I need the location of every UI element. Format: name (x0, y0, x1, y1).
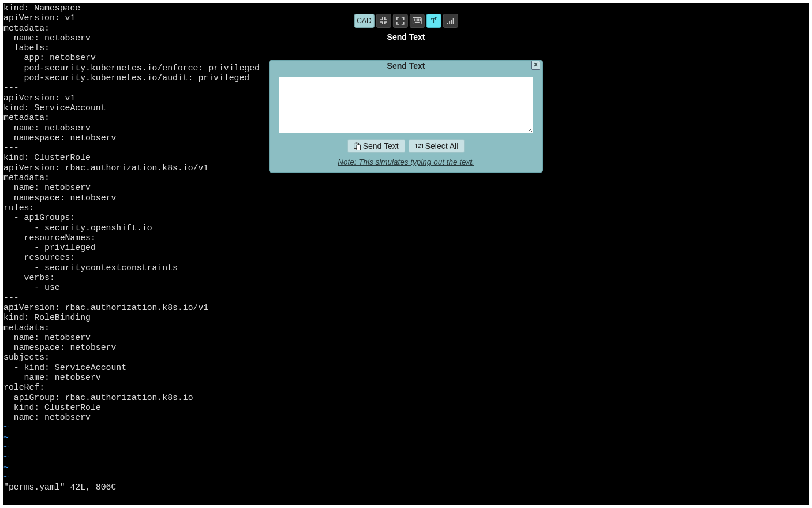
remote-toolbar: CAD T (354, 14, 458, 28)
terminal-text: kind: Namespace apiVersion: v1 metadata:… (3, 3, 260, 493)
svg-text:I: I (421, 143, 423, 150)
svg-rect-15 (451, 20, 452, 24)
svg-rect-8 (417, 20, 418, 21)
svg-rect-3 (417, 19, 418, 20)
dialog-body: Send Text II Select All Note: This simul… (270, 73, 542, 166)
dialog-title: Send Text (274, 61, 538, 70)
send-text-label: Send Text (363, 141, 399, 151)
svg-rect-5 (420, 19, 421, 20)
keyboard-icon[interactable] (410, 14, 425, 28)
select-all-button[interactable]: II Select All (409, 139, 465, 153)
svg-rect-16 (453, 18, 454, 24)
cad-button[interactable]: CAD (354, 14, 374, 28)
svg-rect-9 (418, 20, 420, 21)
send-text-button[interactable]: Send Text (347, 139, 405, 153)
dialog-buttons: Send Text II Select All (279, 139, 533, 153)
svg-rect-14 (449, 21, 450, 25)
svg-rect-7 (416, 20, 417, 21)
send-text-icon[interactable]: T (426, 14, 441, 28)
svg-rect-4 (418, 19, 420, 20)
dialog-header[interactable]: Send Text ✕ (274, 61, 538, 73)
svg-rect-13 (447, 23, 448, 24)
send-text-input[interactable] (279, 77, 533, 133)
svg-rect-1 (414, 19, 415, 20)
svg-rect-10 (420, 20, 421, 21)
signal-icon[interactable] (443, 14, 458, 28)
svg-rect-18 (355, 143, 357, 144)
viewport: kind: Namespace apiVersion: v1 metadata:… (0, 0, 812, 508)
fullscreen-icon[interactable] (393, 14, 408, 28)
select-all-icon: II (415, 143, 423, 150)
dialog-note: Note: This simulates typing out the text… (279, 158, 533, 166)
svg-rect-11 (415, 22, 420, 23)
svg-rect-19 (357, 145, 361, 150)
send-text-dialog: Send Text ✕ Send Text II (269, 60, 543, 173)
svg-text:I: I (415, 143, 417, 150)
paste-icon (354, 142, 361, 150)
cad-label: CAD (357, 17, 371, 25)
close-icon[interactable]: ✕ (531, 61, 540, 70)
toolbar-tooltip: Send Text (387, 32, 425, 42)
svg-rect-2 (416, 19, 417, 20)
select-all-label: Select All (425, 141, 459, 151)
terminal-area[interactable]: kind: Namespace apiVersion: v1 metadata:… (3, 3, 809, 505)
svg-rect-6 (414, 20, 415, 21)
shrink-icon[interactable] (376, 14, 391, 28)
